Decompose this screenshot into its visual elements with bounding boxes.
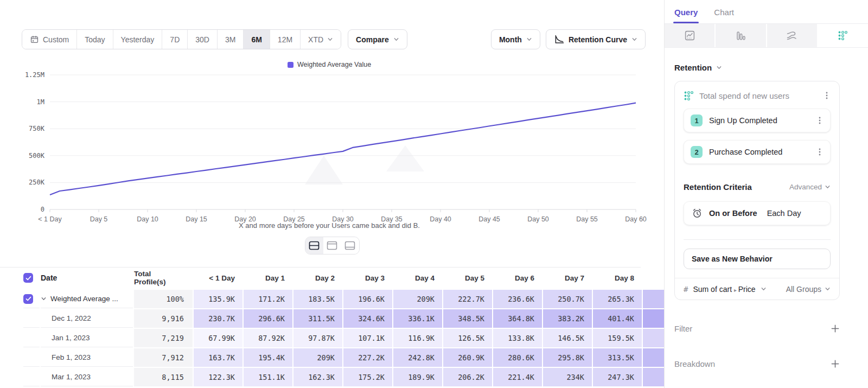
granularity-dropdown[interactable]: Month bbox=[491, 29, 540, 49]
row-label-cell[interactable]: Feb 1, 2023 bbox=[41, 348, 133, 367]
range-12m[interactable]: 12M bbox=[270, 30, 301, 49]
range-yesterday[interactable]: Yesterday bbox=[113, 30, 163, 49]
compare-button[interactable]: Compare bbox=[348, 29, 407, 49]
retention-value-cell[interactable]: 122.3K bbox=[194, 368, 242, 386]
save-as-new-behavior-button[interactable]: Save as New Behavior bbox=[684, 249, 831, 269]
report-type-retention[interactable] bbox=[818, 24, 868, 47]
expander-chevron-icon[interactable] bbox=[41, 296, 47, 302]
retention-value-cell[interactable]: 227.2K bbox=[343, 348, 392, 367]
retention-value-cell[interactable]: 196.6K bbox=[343, 290, 392, 308]
add-breakdown-button[interactable] bbox=[831, 359, 840, 368]
retention-value-cell[interactable]: 126.5K bbox=[443, 329, 492, 347]
select-all-checkbox[interactable] bbox=[23, 273, 33, 283]
retention-value-cell[interactable]: 107.1K bbox=[343, 329, 392, 347]
chart-type-dropdown[interactable]: Retention Curve bbox=[546, 29, 646, 49]
split-view-button[interactable] bbox=[305, 237, 323, 254]
column-header-day[interactable]: Day 2 bbox=[293, 267, 342, 289]
retention-value-cell[interactable]: 265.3K bbox=[593, 290, 642, 308]
retention-value-cell[interactable]: 336.1K bbox=[393, 309, 442, 328]
retention-value-cell[interactable]: 260.9K bbox=[443, 348, 492, 367]
column-header-total-profiles[interactable]: Total Profile(s) bbox=[134, 267, 193, 289]
retention-value-cell[interactable]: 364.8K bbox=[493, 309, 542, 328]
retention-value-cell[interactable]: 250.7K bbox=[543, 290, 592, 308]
tab-query[interactable]: Query bbox=[674, 8, 698, 23]
column-header-day[interactable]: Day 5 bbox=[443, 267, 492, 289]
retention-value-cell[interactable]: 280.6K bbox=[493, 348, 542, 367]
row-label-cell[interactable]: Jan 1, 2023 bbox=[41, 329, 133, 347]
column-header-day[interactable]: Day 3 bbox=[343, 267, 392, 289]
column-header-day[interactable]: Day 4 bbox=[393, 267, 442, 289]
row-label-cell[interactable]: Dec 1, 2022 bbox=[41, 309, 133, 328]
row-label-cell[interactable]: Mar 1, 2023 bbox=[41, 368, 133, 386]
column-header-day[interactable]: < 1 Day bbox=[194, 267, 242, 289]
table-only-view-button[interactable] bbox=[341, 237, 359, 254]
behavior-step-1[interactable]: 1Sign Up Completed bbox=[684, 109, 831, 132]
add-filter-button[interactable] bbox=[831, 324, 840, 333]
retention-value-cell[interactable]: 324.6K bbox=[343, 309, 392, 328]
total-profiles-cell: 7,219 bbox=[134, 329, 193, 347]
range-today[interactable]: Today bbox=[77, 30, 113, 49]
retention-value-cell[interactable]: 195.4K bbox=[244, 348, 292, 367]
column-header-day[interactable]: Day 8 bbox=[593, 267, 642, 289]
retention-value-cell[interactable]: 348.5K bbox=[443, 309, 492, 328]
retention-value-cell[interactable]: 295.8K bbox=[543, 348, 592, 367]
retention-value-cell[interactable]: 383.2K bbox=[543, 309, 592, 328]
retention-value-cell[interactable]: 146.5K bbox=[543, 329, 592, 347]
range-xtd[interactable]: XTD bbox=[301, 30, 341, 49]
retention-value-cell[interactable]: 221.4K bbox=[493, 368, 542, 386]
retention-value-cell[interactable]: 242.8K bbox=[393, 348, 442, 367]
range-30d[interactable]: 30D bbox=[188, 30, 218, 49]
report-type-funnels[interactable] bbox=[716, 24, 767, 47]
report-type-flows[interactable] bbox=[767, 24, 818, 47]
retention-value-cell[interactable]: 67.99K bbox=[194, 329, 242, 347]
column-header-date[interactable]: Date bbox=[41, 267, 133, 289]
column-header-day[interactable]: Day 6 bbox=[493, 267, 542, 289]
retention-value-cell[interactable]: 236.6K bbox=[493, 290, 542, 308]
retention-value-cell[interactable]: 222.7K bbox=[443, 290, 492, 308]
range-3m[interactable]: 3M bbox=[218, 30, 244, 49]
retention-value-cell[interactable]: 116.9K bbox=[393, 329, 442, 347]
behavior-step-2[interactable]: 2Purchase Completed bbox=[684, 140, 831, 164]
retention-value-cell[interactable]: 313.5K bbox=[593, 348, 642, 367]
retention-value-cell[interactable]: 175.2K bbox=[343, 368, 392, 386]
kebab-menu-icon[interactable] bbox=[816, 116, 824, 125]
retention-value-cell[interactable]: 247.3K bbox=[593, 368, 642, 386]
retention-value-cell[interactable]: 209K bbox=[393, 290, 442, 308]
chart-only-view-button[interactable] bbox=[323, 237, 341, 254]
retention-value-cell[interactable]: 97.87K bbox=[293, 329, 342, 347]
range-7d[interactable]: 7D bbox=[162, 30, 188, 49]
retention-section-header[interactable]: Retention bbox=[674, 63, 840, 72]
retention-value-cell[interactable]: 151.1K bbox=[244, 368, 292, 386]
retention-value-cell[interactable]: 163.7K bbox=[194, 348, 242, 367]
groups-dropdown[interactable]: All Groups bbox=[786, 285, 831, 294]
criteria-timing-selector[interactable]: On or Before Each Day bbox=[684, 201, 831, 225]
kebab-menu-icon[interactable] bbox=[823, 91, 831, 100]
retention-value-cell[interactable]: 183.5K bbox=[293, 290, 342, 308]
retention-value-cell[interactable]: 311.5K bbox=[293, 309, 342, 328]
criteria-mode-dropdown[interactable]: Advanced bbox=[789, 183, 831, 191]
retention-value-cell[interactable]: 189.9K bbox=[393, 368, 442, 386]
retention-value-cell[interactable]: 171.2K bbox=[244, 290, 292, 308]
retention-value-cell[interactable]: 159.5K bbox=[593, 329, 642, 347]
range-6m[interactable]: 6M bbox=[244, 30, 270, 49]
retention-value-cell[interactable]: 234K bbox=[543, 368, 592, 386]
retention-value-cell[interactable]: 206.2K bbox=[443, 368, 492, 386]
retention-value-cell[interactable]: 162.3K bbox=[293, 368, 342, 386]
column-header-day[interactable]: Day 1 bbox=[244, 267, 292, 289]
report-type-insights[interactable] bbox=[665, 24, 716, 47]
row-label-cell[interactable]: Weighted Average ... bbox=[41, 290, 133, 308]
column-header-day[interactable]: Day 7 bbox=[543, 267, 592, 289]
retention-value-cell[interactable]: 135.9K bbox=[194, 290, 242, 308]
retention-value-cell[interactable]: 133.8K bbox=[493, 329, 542, 347]
tab-chart[interactable]: Chart bbox=[714, 8, 734, 23]
retention-value-cell[interactable]: 87.92K bbox=[244, 329, 292, 347]
kebab-menu-icon[interactable] bbox=[816, 148, 824, 156]
retention-value-cell[interactable]: 296.6K bbox=[244, 309, 292, 328]
retention-value-cell[interactable]: 230.7K bbox=[194, 309, 242, 328]
retention-value-cell[interactable]: 209K bbox=[293, 348, 342, 367]
row-checkbox[interactable] bbox=[23, 294, 33, 304]
measurement-property-dropdown[interactable]: Sum of cart ▸ Price bbox=[693, 285, 755, 294]
retention-value-cell[interactable]: 401.4K bbox=[593, 309, 642, 328]
behavior-card: Total spend of new users 1Sign Up Comple… bbox=[674, 81, 840, 300]
range-custom[interactable]: Custom bbox=[22, 30, 77, 49]
